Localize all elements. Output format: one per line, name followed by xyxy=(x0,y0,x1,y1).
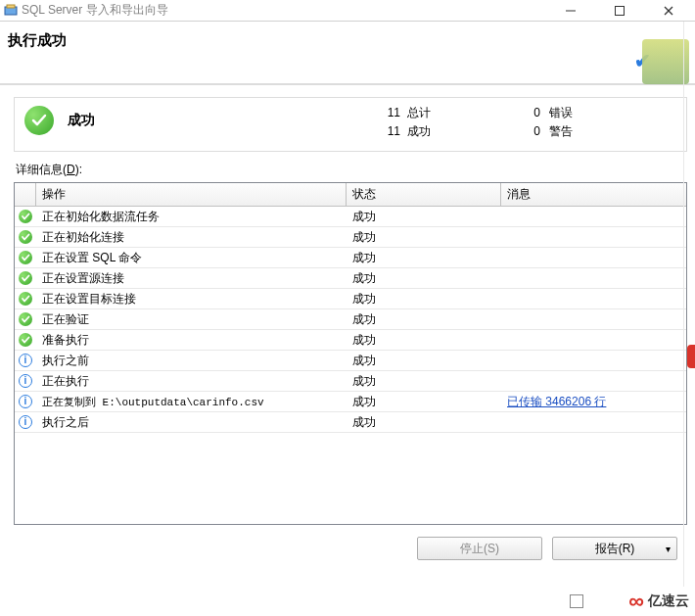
col-status-header[interactable]: 状态 xyxy=(347,183,501,206)
row-action: 执行之前 xyxy=(36,353,347,369)
row-status: 成功 xyxy=(347,311,501,328)
info-icon: i xyxy=(19,374,32,388)
stop-button[interactable]: 停止(S) xyxy=(417,537,542,560)
warning-label: 警告 xyxy=(549,124,573,138)
row-action: 正在复制到 E:\outputdata\carinfo.csv xyxy=(36,395,347,409)
row-status-icon: i xyxy=(15,354,36,367)
table-row[interactable]: 正在初始化数据流任务成功 xyxy=(15,207,686,227)
table-row[interactable]: i执行之后成功 xyxy=(15,412,686,433)
info-icon: i xyxy=(19,415,32,429)
table-row[interactable]: 正在初始化连接成功 xyxy=(15,227,686,248)
total-label: 总计 xyxy=(407,106,431,119)
table-row[interactable]: 正在验证成功 xyxy=(15,309,686,330)
success-icon xyxy=(24,106,54,135)
row-status: 成功 xyxy=(347,270,501,287)
row-action: 准备执行 xyxy=(36,332,347,349)
row-status: 成功 xyxy=(347,229,501,246)
row-status-icon xyxy=(15,292,36,306)
row-status: 成功 xyxy=(347,394,501,410)
col-action-header[interactable]: 操作 xyxy=(36,183,347,206)
row-status: 成功 xyxy=(347,353,501,369)
table-row[interactable]: 正在设置目标连接成功 xyxy=(15,289,686,309)
table-row[interactable]: i正在执行成功 xyxy=(15,371,686,392)
row-status-icon: i xyxy=(15,395,36,408)
maximize-button[interactable] xyxy=(605,5,634,17)
right-edge xyxy=(683,22,695,587)
success-icon xyxy=(19,312,32,326)
report-button[interactable]: 报告(R) ▾ xyxy=(552,537,677,560)
error-label: 错误 xyxy=(549,106,573,119)
row-status: 成功 xyxy=(347,373,501,390)
dropdown-caret-icon: ▾ xyxy=(666,544,671,554)
side-badge xyxy=(687,345,695,368)
titlebar: SQL Server 导入和导出向导 xyxy=(0,0,695,22)
svg-rect-3 xyxy=(616,6,625,15)
row-status-icon: i xyxy=(15,415,36,429)
col-message-header[interactable]: 消息 xyxy=(501,183,686,206)
row-action: 执行之后 xyxy=(36,414,347,431)
details-label: 详细信息(D): xyxy=(16,162,687,178)
row-action: 正在设置目标连接 xyxy=(36,291,347,308)
header-graphic: ✔ xyxy=(630,35,689,84)
info-icon: i xyxy=(19,395,32,408)
success-icon xyxy=(19,333,32,347)
content: 成功 11 总计 0 错误 11 成功 0 警告 xyxy=(0,84,695,568)
success-icon xyxy=(19,271,32,285)
app-icon xyxy=(4,4,18,18)
wizard-buttons: 停止(S) 报告(R) ▾ xyxy=(14,525,687,568)
minimize-button[interactable] xyxy=(556,5,585,17)
row-status-icon xyxy=(15,312,36,326)
box-graphic-icon xyxy=(642,39,689,84)
row-status: 成功 xyxy=(347,250,501,266)
table-row[interactable]: 正在设置 SQL 命令成功 xyxy=(15,248,686,268)
success-icon xyxy=(19,210,32,223)
row-action: 正在设置源连接 xyxy=(36,270,347,287)
message-link[interactable]: 已传输 3466206 行 xyxy=(507,395,606,408)
window-controls xyxy=(556,5,683,17)
total-count: 11 xyxy=(377,104,400,122)
row-action: 正在执行 xyxy=(36,373,347,390)
success-label: 成功 xyxy=(407,124,431,138)
row-action: 正在设置 SQL 命令 xyxy=(36,250,347,266)
summary-counts: 11 总计 0 错误 11 成功 0 警告 xyxy=(377,104,676,141)
window-title: SQL Server 导入和导出向导 xyxy=(22,2,556,19)
summary-status: 成功 xyxy=(68,112,95,129)
row-status-icon xyxy=(15,333,36,347)
row-status: 成功 xyxy=(347,291,501,308)
row-status-icon xyxy=(15,230,36,244)
row-action: 正在验证 xyxy=(36,311,347,328)
wizard-header: 执行成功 ✔ xyxy=(0,22,695,84)
row-status: 成功 xyxy=(347,414,501,431)
success-icon xyxy=(19,230,32,244)
success-icon xyxy=(19,251,32,264)
table-row[interactable]: 准备执行成功 xyxy=(15,330,686,351)
error-count: 0 xyxy=(527,104,540,122)
details-grid[interactable]: 操作 状态 消息 正在初始化数据流任务成功正在初始化连接成功正在设置 SQL 命… xyxy=(14,182,687,525)
row-status-icon xyxy=(15,271,36,285)
infinity-icon: ∞ xyxy=(628,589,644,614)
summary-panel: 成功 11 总计 0 错误 11 成功 0 警告 xyxy=(14,97,687,152)
row-status: 成功 xyxy=(347,332,501,349)
table-row[interactable]: i执行之前成功 xyxy=(15,351,686,371)
checkbox-unknown[interactable] xyxy=(570,594,583,608)
footer-brand: ∞ 亿速云 xyxy=(628,589,689,614)
col-icon-header[interactable] xyxy=(15,183,36,206)
table-row[interactable]: i正在复制到 E:\outputdata\carinfo.csv成功已传输 34… xyxy=(15,392,686,412)
row-status-icon xyxy=(15,210,36,223)
row-message: 已传输 3466206 行 xyxy=(501,394,686,410)
row-action: 正在初始化数据流任务 xyxy=(36,209,347,225)
grid-body: 正在初始化数据流任务成功正在初始化连接成功正在设置 SQL 命令成功正在设置源连… xyxy=(15,207,686,433)
row-action: 正在初始化连接 xyxy=(36,229,347,246)
row-status-icon: i xyxy=(15,374,36,388)
info-icon: i xyxy=(19,354,32,367)
grid-header: 操作 状态 消息 xyxy=(15,183,686,207)
row-status-icon xyxy=(15,251,36,264)
page-title: 执行成功 xyxy=(8,31,687,50)
row-status: 成功 xyxy=(347,209,501,225)
success-icon xyxy=(19,292,32,306)
brand-text: 亿速云 xyxy=(648,592,689,610)
close-button[interactable] xyxy=(654,5,683,17)
warning-count: 0 xyxy=(527,122,540,141)
table-row[interactable]: 正在设置源连接成功 xyxy=(15,268,686,289)
success-count: 11 xyxy=(377,122,400,141)
